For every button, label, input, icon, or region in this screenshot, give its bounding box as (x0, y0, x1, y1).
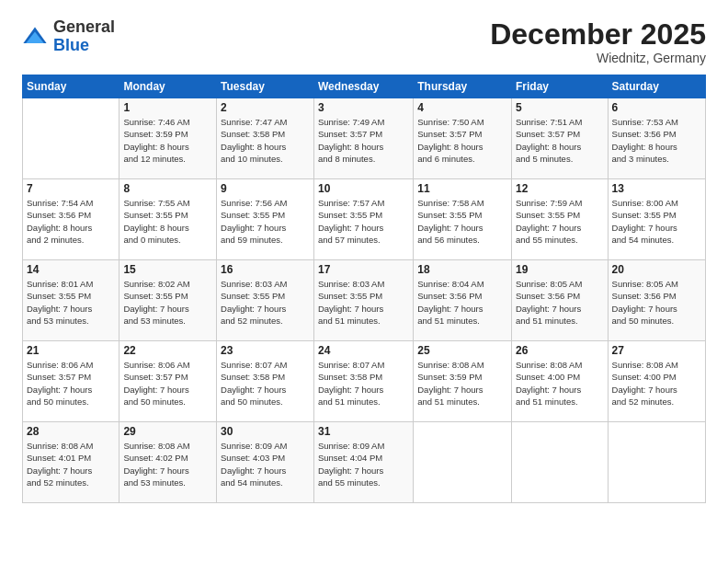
day-info: Sunrise: 7:56 AM Sunset: 3:55 PM Dayligh… (221, 197, 310, 246)
day-info: Sunrise: 7:55 AM Sunset: 3:55 PM Dayligh… (123, 197, 212, 246)
day-number: 20 (612, 263, 701, 276)
location-subtitle: Wiednitz, Germany (490, 51, 706, 65)
day-number: 22 (123, 344, 212, 357)
table-row: 30Sunrise: 8:09 AM Sunset: 4:03 PM Dayli… (217, 422, 314, 503)
day-number: 13 (612, 182, 701, 195)
col-saturday: Saturday (608, 75, 705, 98)
page: General Blue December 2025 Wiednitz, Ger… (0, 0, 728, 563)
table-row: 6Sunrise: 7:53 AM Sunset: 3:56 PM Daylig… (608, 98, 705, 179)
day-info: Sunrise: 8:08 AM Sunset: 4:00 PM Dayligh… (516, 359, 604, 408)
day-number: 30 (221, 425, 310, 438)
day-info: Sunrise: 8:09 AM Sunset: 4:03 PM Dayligh… (221, 440, 310, 488)
col-sunday: Sunday (23, 75, 119, 98)
calendar-week-row: 14Sunrise: 8:01 AM Sunset: 3:55 PM Dayli… (23, 260, 706, 341)
day-number: 25 (417, 344, 507, 357)
calendar-week-row: 7Sunrise: 7:54 AM Sunset: 3:56 PM Daylig… (23, 179, 706, 260)
day-number: 12 (516, 182, 604, 195)
title-block: December 2025 Wiednitz, Germany (490, 18, 706, 65)
day-info: Sunrise: 8:00 AM Sunset: 3:55 PM Dayligh… (612, 197, 701, 246)
day-number: 16 (221, 263, 310, 276)
table-row: 21Sunrise: 8:06 AM Sunset: 3:57 PM Dayli… (23, 341, 119, 422)
table-row: 3Sunrise: 7:49 AM Sunset: 3:57 PM Daylig… (313, 98, 413, 179)
table-row (23, 98, 119, 179)
table-row: 17Sunrise: 8:03 AM Sunset: 3:55 PM Dayli… (313, 260, 413, 341)
day-number: 5 (516, 101, 604, 114)
day-number: 11 (417, 182, 507, 195)
day-info: Sunrise: 7:46 AM Sunset: 3:59 PM Dayligh… (123, 116, 212, 165)
table-row: 2Sunrise: 7:47 AM Sunset: 3:58 PM Daylig… (217, 98, 314, 179)
day-info: Sunrise: 8:06 AM Sunset: 3:57 PM Dayligh… (123, 359, 212, 408)
day-number: 21 (27, 344, 115, 357)
col-thursday: Thursday (414, 75, 512, 98)
day-number: 7 (27, 182, 115, 195)
day-info: Sunrise: 8:07 AM Sunset: 3:58 PM Dayligh… (221, 359, 310, 408)
table-row: 11Sunrise: 7:58 AM Sunset: 3:55 PM Dayli… (414, 179, 512, 260)
day-number: 2 (221, 101, 310, 114)
day-info: Sunrise: 8:05 AM Sunset: 3:56 PM Dayligh… (516, 278, 604, 327)
day-number: 29 (123, 425, 212, 438)
day-info: Sunrise: 8:08 AM Sunset: 4:02 PM Dayligh… (123, 440, 212, 488)
day-number: 15 (123, 263, 212, 276)
header: General Blue December 2025 Wiednitz, Ger… (22, 18, 706, 65)
calendar: Sunday Monday Tuesday Wednesday Thursday… (22, 75, 706, 503)
table-row: 24Sunrise: 8:07 AM Sunset: 3:58 PM Dayli… (313, 341, 413, 422)
table-row: 12Sunrise: 7:59 AM Sunset: 3:55 PM Dayli… (511, 179, 608, 260)
logo-general: General (53, 17, 115, 36)
table-row: 26Sunrise: 8:08 AM Sunset: 4:00 PM Dayli… (511, 341, 608, 422)
day-info: Sunrise: 8:03 AM Sunset: 3:55 PM Dayligh… (221, 278, 310, 327)
table-row: 28Sunrise: 8:08 AM Sunset: 4:01 PM Dayli… (23, 422, 119, 503)
day-number: 3 (318, 101, 409, 114)
day-info: Sunrise: 7:57 AM Sunset: 3:55 PM Dayligh… (318, 197, 409, 246)
table-row: 14Sunrise: 8:01 AM Sunset: 3:55 PM Dayli… (23, 260, 119, 341)
col-friday: Friday (511, 75, 608, 98)
calendar-header-row: Sunday Monday Tuesday Wednesday Thursday… (23, 75, 706, 98)
day-info: Sunrise: 7:59 AM Sunset: 3:55 PM Dayligh… (516, 197, 604, 246)
table-row: 25Sunrise: 8:08 AM Sunset: 3:59 PM Dayli… (414, 341, 512, 422)
col-monday: Monday (119, 75, 217, 98)
day-number: 10 (318, 182, 409, 195)
day-number: 19 (516, 263, 604, 276)
day-number: 6 (612, 101, 701, 114)
logo: General Blue (22, 18, 115, 55)
day-info: Sunrise: 8:04 AM Sunset: 3:56 PM Dayligh… (417, 278, 507, 327)
day-number: 17 (318, 263, 409, 276)
day-number: 18 (417, 263, 507, 276)
day-number: 14 (27, 263, 115, 276)
day-info: Sunrise: 8:08 AM Sunset: 4:01 PM Dayligh… (27, 440, 115, 488)
col-tuesday: Tuesday (217, 75, 314, 98)
day-info: Sunrise: 7:53 AM Sunset: 3:56 PM Dayligh… (612, 116, 701, 165)
calendar-week-row: 1Sunrise: 7:46 AM Sunset: 3:59 PM Daylig… (23, 98, 706, 179)
day-number: 24 (318, 344, 409, 357)
day-info: Sunrise: 7:54 AM Sunset: 3:56 PM Dayligh… (27, 197, 115, 246)
day-info: Sunrise: 8:08 AM Sunset: 4:00 PM Dayligh… (612, 359, 701, 408)
table-row: 8Sunrise: 7:55 AM Sunset: 3:55 PM Daylig… (119, 179, 217, 260)
table-row: 22Sunrise: 8:06 AM Sunset: 3:57 PM Dayli… (119, 341, 217, 422)
table-row: 29Sunrise: 8:08 AM Sunset: 4:02 PM Dayli… (119, 422, 217, 503)
table-row: 7Sunrise: 7:54 AM Sunset: 3:56 PM Daylig… (23, 179, 119, 260)
table-row: 19Sunrise: 8:05 AM Sunset: 3:56 PM Dayli… (511, 260, 608, 341)
table-row: 4Sunrise: 7:50 AM Sunset: 3:57 PM Daylig… (414, 98, 512, 179)
day-info: Sunrise: 7:51 AM Sunset: 3:57 PM Dayligh… (516, 116, 604, 165)
calendar-week-row: 21Sunrise: 8:06 AM Sunset: 3:57 PM Dayli… (23, 341, 706, 422)
day-info: Sunrise: 8:09 AM Sunset: 4:04 PM Dayligh… (318, 440, 409, 488)
day-info: Sunrise: 7:58 AM Sunset: 3:55 PM Dayligh… (417, 197, 507, 246)
day-number: 23 (221, 344, 310, 357)
day-info: Sunrise: 8:08 AM Sunset: 3:59 PM Dayligh… (417, 359, 507, 408)
day-info: Sunrise: 7:50 AM Sunset: 3:57 PM Dayligh… (417, 116, 507, 165)
day-info: Sunrise: 7:47 AM Sunset: 3:58 PM Dayligh… (221, 116, 310, 165)
table-row (414, 422, 512, 503)
table-row: 31Sunrise: 8:09 AM Sunset: 4:04 PM Dayli… (313, 422, 413, 503)
table-row: 5Sunrise: 7:51 AM Sunset: 3:57 PM Daylig… (511, 98, 608, 179)
logo-text: General Blue (53, 18, 115, 55)
day-info: Sunrise: 8:03 AM Sunset: 3:55 PM Dayligh… (318, 278, 409, 327)
day-info: Sunrise: 8:02 AM Sunset: 3:55 PM Dayligh… (123, 278, 212, 327)
table-row: 16Sunrise: 8:03 AM Sunset: 3:55 PM Dayli… (217, 260, 314, 341)
table-row: 18Sunrise: 8:04 AM Sunset: 3:56 PM Dayli… (414, 260, 512, 341)
day-info: Sunrise: 8:06 AM Sunset: 3:57 PM Dayligh… (27, 359, 115, 408)
table-row: 23Sunrise: 8:07 AM Sunset: 3:58 PM Dayli… (217, 341, 314, 422)
col-wednesday: Wednesday (313, 75, 413, 98)
table-row: 9Sunrise: 7:56 AM Sunset: 3:55 PM Daylig… (217, 179, 314, 260)
day-number: 4 (417, 101, 507, 114)
table-row (511, 422, 608, 503)
day-number: 27 (612, 344, 701, 357)
